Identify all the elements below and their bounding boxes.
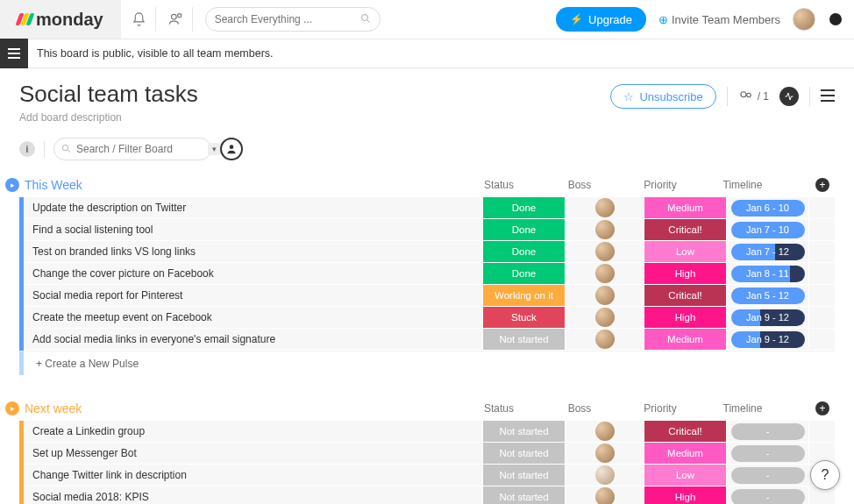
group-name[interactable]: Next week: [25, 401, 82, 415]
priority-cell[interactable]: Critical!: [644, 421, 726, 443]
row-title[interactable]: Create the meetup event on Facebook: [24, 307, 482, 329]
boss-cell[interactable]: [565, 285, 644, 307]
boss-cell[interactable]: [565, 263, 644, 285]
status-cell[interactable]: Done: [482, 219, 565, 241]
boss-cell[interactable]: [565, 421, 644, 443]
row-title[interactable]: Find a social listening tool: [24, 219, 482, 241]
row-title[interactable]: Social media report for Pinterest: [24, 285, 482, 307]
row-title[interactable]: Change the cover picture on Facebook: [24, 263, 482, 285]
inbox-icon[interactable]: [168, 7, 193, 32]
timeline-chip[interactable]: Jan 6 - 10: [731, 200, 805, 217]
timeline-cell[interactable]: Jan 7 - 10: [726, 219, 808, 241]
add-column-icon[interactable]: +: [815, 178, 829, 192]
upgrade-button[interactable]: ⚡ Upgrade: [556, 7, 646, 32]
activity-icon[interactable]: [779, 87, 799, 106]
priority-cell[interactable]: High: [644, 307, 726, 329]
invite-button[interactable]: ⊕ Invite Team Members: [658, 13, 780, 26]
logo[interactable]: monday: [18, 10, 103, 30]
priority-cell[interactable]: High: [644, 486, 726, 504]
collapse-icon[interactable]: ▸: [5, 401, 19, 415]
boss-cell[interactable]: [565, 241, 644, 263]
member-count[interactable]: / 1: [738, 90, 769, 103]
priority-cell[interactable]: Critical!: [644, 285, 726, 307]
table-row[interactable]: Find a social listening tool Done Critic…: [19, 219, 835, 241]
board-title[interactable]: Social team tasks: [19, 81, 610, 108]
timeline-cell[interactable]: Jan 9 - 12: [726, 307, 808, 329]
status-cell[interactable]: Not started: [482, 486, 565, 504]
group-name[interactable]: This Week: [25, 178, 82, 192]
status-cell[interactable]: Done: [482, 263, 565, 285]
row-title[interactable]: Add social media links in everyone's ema…: [24, 329, 482, 351]
timeline-cell[interactable]: Jan 5 - 12: [726, 285, 808, 307]
status-cell[interactable]: Done: [482, 241, 565, 263]
user-avatar[interactable]: [793, 8, 815, 31]
table-row[interactable]: Update the description on Twitter Done M…: [19, 197, 835, 219]
timeline-cell[interactable]: -: [726, 443, 808, 465]
row-title[interactable]: Create a Linkedin group: [24, 421, 482, 443]
priority-cell[interactable]: High: [644, 263, 726, 285]
info-icon[interactable]: i: [19, 141, 35, 157]
row-title[interactable]: Test on branded links VS long links: [24, 241, 482, 263]
row-title[interactable]: Set up Messenger Bot: [24, 443, 482, 465]
boss-cell[interactable]: [565, 465, 644, 486]
timeline-cell[interactable]: -: [726, 421, 808, 443]
table-row[interactable]: Test on branded links VS long links Done…: [19, 241, 835, 263]
timeline-chip[interactable]: Jan 9 - 12: [731, 331, 805, 348]
status-cell[interactable]: Not started: [482, 465, 565, 486]
timeline-cell[interactable]: -: [726, 465, 808, 486]
help-button[interactable]: ?: [810, 460, 840, 490]
new-pulse-button[interactable]: + Create a New Pulse: [19, 351, 835, 375]
table-row[interactable]: Create the meetup event on Facebook Stuc…: [19, 307, 835, 329]
status-cell[interactable]: Done: [482, 197, 565, 219]
table-row[interactable]: Add social media links in everyone's ema…: [19, 329, 835, 351]
board-search-input[interactable]: [76, 143, 208, 155]
unsubscribe-button[interactable]: ☆ Unsubscribe: [610, 84, 715, 109]
table-row[interactable]: Change Twitter link in description Not s…: [19, 465, 835, 486]
collapse-icon[interactable]: ▸: [5, 178, 19, 192]
boss-cell[interactable]: [565, 329, 644, 351]
boss-cell[interactable]: [565, 307, 644, 329]
bell-icon[interactable]: [132, 7, 156, 32]
boss-cell[interactable]: [565, 197, 644, 219]
timeline-chip[interactable]: -: [731, 423, 805, 440]
chevron-down-icon[interactable]: ▾: [208, 143, 221, 155]
board-description[interactable]: Add board description: [19, 111, 610, 124]
table-row[interactable]: Create a Linkedin group Not started Crit…: [19, 421, 835, 443]
timeline-chip[interactable]: Jan 5 - 12: [731, 287, 805, 304]
timeline-chip[interactable]: Jan 7 - 12: [731, 244, 805, 260]
theme-toggle-icon[interactable]: [829, 13, 842, 25]
timeline-cell[interactable]: Jan 8 - 11: [726, 263, 808, 285]
table-row[interactable]: Change the cover picture on Facebook Don…: [19, 263, 835, 285]
timeline-cell[interactable]: Jan 6 - 10: [726, 197, 808, 219]
row-title[interactable]: Social media 2018: KPIS: [24, 486, 482, 504]
status-cell[interactable]: Stuck: [482, 307, 565, 329]
status-cell[interactable]: Not started: [482, 443, 565, 465]
priority-cell[interactable]: Medium: [644, 329, 726, 351]
row-title[interactable]: Change Twitter link in description: [24, 465, 482, 486]
timeline-cell[interactable]: Jan 9 - 12: [726, 329, 808, 351]
priority-cell[interactable]: Low: [644, 465, 726, 486]
person-filter-icon[interactable]: [220, 138, 243, 160]
table-row[interactable]: Set up Messenger Bot Not started Medium …: [19, 443, 835, 465]
add-column-icon[interactable]: +: [815, 401, 829, 415]
board-menu-icon[interactable]: [821, 88, 835, 106]
priority-cell[interactable]: Medium: [644, 443, 726, 465]
status-cell[interactable]: Working on it: [482, 285, 565, 307]
boss-cell[interactable]: [565, 486, 644, 504]
timeline-chip[interactable]: Jan 7 - 10: [731, 222, 805, 238]
timeline-chip[interactable]: -: [731, 445, 805, 462]
timeline-chip[interactable]: -: [731, 467, 805, 484]
timeline-chip[interactable]: Jan 9 - 12: [731, 309, 805, 326]
status-cell[interactable]: Not started: [482, 329, 565, 351]
priority-cell[interactable]: Low: [644, 241, 726, 263]
board-search[interactable]: ▾: [53, 138, 211, 160]
boss-cell[interactable]: [565, 219, 644, 241]
timeline-cell[interactable]: -: [726, 486, 808, 504]
priority-cell[interactable]: Medium: [644, 197, 726, 219]
global-search[interactable]: [205, 7, 381, 32]
timeline-chip[interactable]: -: [731, 489, 805, 505]
hamburger-icon[interactable]: [0, 39, 28, 68]
status-cell[interactable]: Not started: [482, 421, 565, 443]
global-search-input[interactable]: [215, 13, 360, 25]
table-row[interactable]: Social media 2018: KPIS Not started High…: [19, 486, 835, 504]
